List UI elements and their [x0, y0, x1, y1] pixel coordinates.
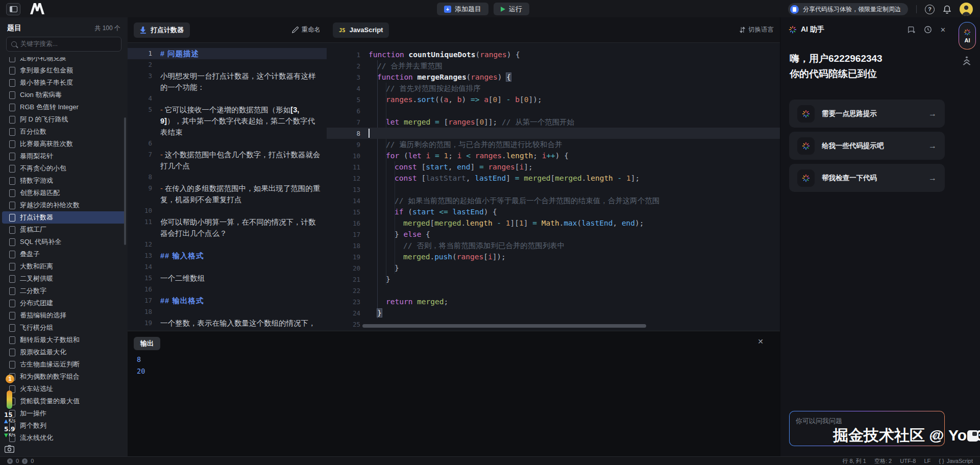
problem-item[interactable]: 暴雨梨花针 [2, 150, 126, 162]
code-line[interactable]: 7let merged = [ranges[0]]; // 从第一个范围开始 [327, 116, 780, 128]
markdown-line[interactable]: 19一个整数，表示在输入数量这个数组的情况下，计 [128, 317, 327, 331]
markdown-line[interactable]: 15一个二维数组 [128, 273, 327, 284]
code-editor[interactable]: 1function countUniqueDots(ranges) {2// 合… [327, 43, 780, 331]
cursor-position[interactable]: 行 8, 列 1 [843, 457, 866, 465]
markdown-line[interactable]: 11你可以帮助小明算一算，在不同的情况下，计数器会打出几个点么？ [128, 216, 327, 239]
problem-item[interactable]: 番茄编辑的选择 [2, 309, 126, 322]
markdown-line[interactable]: 1# 问题描述 [128, 48, 327, 59]
markdown-line[interactable]: 9- 在传入的多组数据范围中，如果出现了范围的重复，机器则不会重复打点 [128, 183, 327, 205]
code-line[interactable]: 14// 如果当前范围的起始值小于等于最后一个合并范围的结束值，合并这两个范围 [327, 195, 780, 206]
markdown-line[interactable]: 16 [128, 284, 327, 295]
language-mode[interactable]: { } JavaScript [939, 458, 973, 464]
problem-item[interactable]: 定制小礼物兑换 [2, 57, 126, 64]
problem-item[interactable]: SQL 代码补全 [2, 236, 126, 248]
code-line[interactable]: 9// 遍历剩余的范围，与已合并的范围进行比较和合并 [327, 139, 780, 150]
problem-item[interactable]: 飞行棋分组 [2, 322, 126, 334]
markdown-line[interactable]: 5- 它可以接收一个递增的数据范围（形如[3, 9]），其中第一个数字代表起始，… [128, 104, 327, 138]
code-line[interactable]: 17} else { [327, 229, 780, 240]
problem-item[interactable]: 打点计数器 [2, 211, 126, 224]
code-line[interactable]: 5ranges.sort((a, b) => a[0] - b[0]); [327, 94, 780, 105]
close-ai-icon[interactable]: ✕ [940, 26, 946, 34]
problem-item[interactable]: 大数和距离 [2, 260, 126, 273]
problem-item[interactable]: RGB 色值转 Integer [2, 101, 126, 113]
code-line[interactable]: 20} [327, 262, 780, 274]
problem-item[interactable]: 创意标题匹配 [2, 187, 126, 199]
user-avatar[interactable] [960, 3, 973, 16]
problem-item[interactable]: 加一操作 [2, 407, 126, 420]
ai-suggestion-card[interactable]: 需要一点思路提示→ [789, 100, 945, 128]
problem-item[interactable]: 比赛最高获胜次数 [2, 138, 126, 150]
problem-item[interactable]: 流水线优化 [2, 432, 126, 444]
bell-icon[interactable] [943, 5, 951, 14]
markdown-line[interactable]: 17## 输出格式 [128, 295, 327, 306]
code-line[interactable]: 23return merged; [327, 296, 780, 307]
juejin-plugin-icon[interactable] [962, 56, 972, 65]
problem-item[interactable]: 拿到最多红包金额 [2, 64, 126, 77]
problem-item[interactable]: 蛋糕工厂 [2, 224, 126, 236]
markdown-line[interactable]: 10 [128, 205, 327, 216]
markdown-line[interactable]: 13## 输入格式 [128, 250, 327, 261]
code-line[interactable]: 16merged[merged.length - 1][1] = Math.ma… [327, 217, 780, 229]
search-input[interactable]: 关键字搜索... [6, 37, 121, 52]
horizontal-scrollbar[interactable] [362, 324, 646, 328]
markdown-line[interactable]: 12 [128, 239, 327, 250]
history-icon[interactable] [924, 26, 932, 34]
code-line[interactable]: 10for (let i = 1; i < ranges.length; i++… [327, 150, 780, 161]
problem-item[interactable]: 最小替换子串长度 [2, 77, 126, 89]
markdown-line[interactable]: 18 [128, 306, 327, 317]
problem-item[interactable]: 叠盘子 [2, 248, 126, 260]
code-line[interactable]: 8 [327, 128, 780, 139]
code-line[interactable]: 11const [start, end] = ranges[i]; [327, 161, 780, 173]
close-output-icon[interactable]: ✕ [757, 337, 764, 346]
code-line[interactable]: 2// 合并并去重范围 [327, 60, 780, 71]
rename-button[interactable]: 重命名 [292, 26, 321, 34]
problem-item[interactable]: 分布式团建 [2, 297, 126, 309]
problem-item[interactable]: 古生物血缘远近判断 [2, 358, 126, 371]
sidebar-scrollbar[interactable] [124, 117, 126, 245]
code-line[interactable]: 21} [327, 274, 780, 285]
code-line[interactable]: 24} [327, 307, 780, 319]
indentation-setting[interactable]: 空格: 2 [874, 457, 892, 465]
code-line[interactable]: 3function mergeRanges(ranges) { [327, 71, 780, 83]
run-button[interactable]: 运行 [494, 3, 529, 15]
problem-item[interactable]: 和为偶数的数字组合 [2, 371, 126, 383]
problem-item[interactable]: 股票收益最大化 [2, 346, 126, 358]
code-line[interactable]: 4// 首先对范围按起始值排序 [327, 83, 780, 94]
problem-item[interactable]: 猜数字游戏 [2, 175, 126, 187]
code-line[interactable]: 15if (start <= lastEnd) { [327, 206, 780, 217]
problem-item[interactable]: 百分位数 [2, 126, 126, 138]
promo-banner[interactable]: 分享代码练习体验，领限量定制周边 [788, 3, 908, 15]
problem-item[interactable]: 穿越沙漠的补给次数 [2, 199, 126, 211]
markdown-line[interactable]: 7- 这个数据范围中包含几个数字，打点计数器就会打几个点 [128, 149, 327, 172]
code-line[interactable]: 12const [lastStart, lastEnd] = merged[me… [327, 173, 780, 184]
problem-item[interactable]: 货船载货量的最大值 [2, 395, 126, 407]
markdown-line[interactable]: 2 [128, 59, 327, 70]
output-tab[interactable]: 输出 [134, 337, 160, 350]
problem-item[interactable]: 阿 D 的飞行路线 [2, 113, 126, 126]
code-line[interactable]: 22 [327, 285, 780, 296]
help-icon[interactable]: ? [925, 5, 935, 14]
sidebar-toggle-button[interactable] [6, 3, 20, 15]
eol-setting[interactable]: LF [924, 458, 930, 464]
problem-tab[interactable]: 打点计数器 [134, 22, 190, 38]
switch-language-button[interactable]: 切换语言 [740, 26, 774, 34]
markdown-line[interactable]: 4 [128, 93, 327, 104]
markdown-editor[interactable]: 1# 问题描述23小明想发明一台打点计数器，这个计数器有这样的一个功能：45- … [128, 43, 327, 331]
marscode-logo-icon[interactable] [29, 3, 46, 14]
problem-item[interactable]: Cion 勒索病毒 [2, 89, 126, 101]
code-line[interactable]: 19merged.push(ranges[i]); [327, 251, 780, 262]
encoding-setting[interactable]: UTF-8 [900, 458, 916, 464]
markdown-line[interactable]: 6 [128, 138, 327, 149]
new-chat-icon[interactable] [908, 26, 916, 34]
problem-item[interactable]: 不再贪心的小包 [2, 162, 126, 175]
problem-item[interactable]: 火车站选址 [2, 383, 126, 395]
problem-item[interactable]: 二叉树供暖 [2, 273, 126, 285]
popout-icon[interactable] [967, 430, 978, 442]
add-problem-button[interactable]: + 添加题目 [437, 3, 488, 15]
code-line[interactable]: 6 [327, 105, 780, 116]
code-line[interactable]: 13 [327, 184, 780, 195]
problem-item[interactable]: 翻转后最大子数组和 [2, 334, 126, 346]
ai-rail-button[interactable]: AI [959, 22, 976, 50]
markdown-line[interactable]: 14 [128, 261, 327, 273]
code-line[interactable]: 18// 否则，将当前范围添加到已合并的范围列表中 [327, 240, 780, 251]
